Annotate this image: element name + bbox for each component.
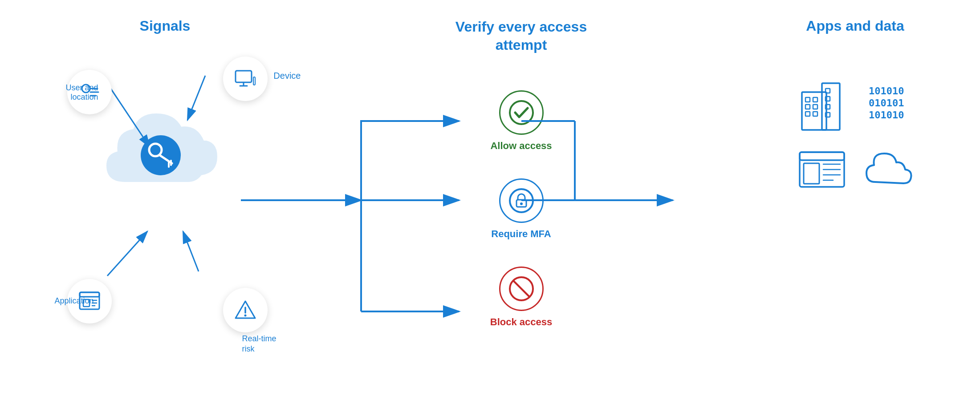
block-access-item: Block access — [490, 267, 552, 328]
allow-access-item: Allow access — [490, 90, 552, 152]
device-circle — [223, 57, 268, 101]
block-icon-svg — [508, 275, 535, 302]
verify-items: Allow access Require MFA — [490, 90, 552, 328]
binary-data-icon: 101010 010101 101010 — [866, 79, 911, 132]
mfa-label: Require MFA — [491, 228, 551, 240]
apps-title: Apps and data — [806, 18, 904, 34]
svg-rect-57 — [800, 152, 844, 160]
diagram: Signals User andlocation — [23, 9, 958, 392]
svg-rect-43 — [805, 97, 810, 102]
risk-label: Real-timerisk — [242, 334, 276, 355]
signals-title: Signals — [140, 18, 191, 34]
svg-point-36 — [510, 189, 533, 212]
allow-icon — [499, 90, 544, 135]
browser-app-icon — [797, 150, 846, 190]
mfa-icon — [499, 178, 544, 223]
verify-title: Verify every accessattempt — [455, 18, 587, 55]
lock-mfa-icon — [508, 187, 535, 214]
svg-text:101010: 101010 — [869, 109, 904, 121]
application-label: Application — [45, 296, 94, 306]
apps-section: Apps and data — [771, 18, 940, 383]
svg-rect-46 — [813, 105, 817, 109]
block-icon — [499, 267, 544, 311]
apps-grid: 101010 010101 101010 — [797, 79, 913, 190]
allow-label: Allow access — [490, 140, 552, 152]
risk-circle — [223, 288, 268, 332]
svg-rect-45 — [805, 105, 810, 109]
svg-rect-47 — [805, 112, 810, 116]
device-icon — [234, 67, 257, 90]
svg-rect-58 — [804, 163, 819, 184]
risk-icon — [234, 299, 257, 322]
signals-layout: User andlocation Device — [58, 48, 272, 359]
require-mfa-item: Require MFA — [491, 178, 551, 240]
cloud-key-icon — [98, 105, 223, 203]
block-label: Block access — [490, 316, 552, 328]
svg-text:010101: 010101 — [869, 97, 904, 109]
cloud-icon — [864, 150, 913, 190]
user-location-label: User andlocation — [54, 83, 98, 102]
data-icon-wrapper: 101010 010101 101010 — [864, 79, 913, 132]
cloud-icon-wrapper — [864, 150, 913, 190]
svg-rect-44 — [813, 97, 817, 102]
signals-section: Signals User andlocation — [41, 18, 290, 383]
svg-line-40 — [514, 281, 529, 296]
svg-point-38 — [520, 202, 523, 205]
app-icon-wrapper — [797, 150, 846, 190]
building-icon-wrapper — [797, 79, 846, 132]
building-icon — [797, 79, 846, 132]
svg-rect-18 — [236, 71, 252, 82]
device-label: Device — [273, 71, 301, 81]
svg-rect-48 — [813, 112, 817, 116]
svg-rect-21 — [253, 77, 255, 85]
svg-point-35 — [510, 101, 533, 124]
svg-rect-42 — [822, 83, 840, 130]
svg-text:101010: 101010 — [869, 85, 904, 97]
svg-point-34 — [244, 314, 246, 316]
checkmark-icon — [508, 99, 535, 126]
cloud-container — [98, 105, 223, 203]
verify-section: Verify every accessattempt Allow access — [441, 18, 602, 383]
